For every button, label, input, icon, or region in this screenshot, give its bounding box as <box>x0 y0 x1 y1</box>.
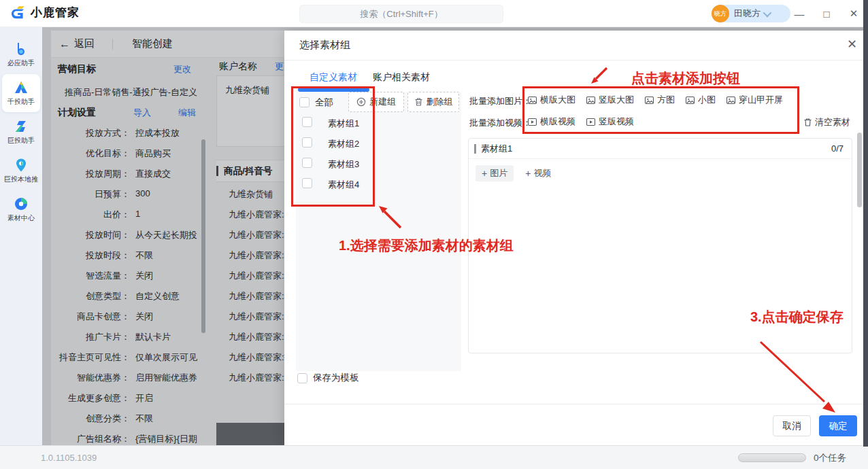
annotation-step-select: 1.选择需要添加素材的素材组 <box>339 237 514 255</box>
jutou-assistant-icon <box>14 119 29 134</box>
delete-group-button[interactable]: 删除组 <box>407 92 459 112</box>
tab-custom-material[interactable]: 自定义素材 <box>310 71 357 84</box>
window-controls: — □ ✕ <box>793 0 860 27</box>
dialog-title: 选择素材组 <box>299 39 350 52</box>
user-name: 田晓方 <box>734 7 761 20</box>
content-group-header: 素材组1 0/7 <box>469 139 852 159</box>
app-version: 1.0.1105.1039 <box>41 453 97 463</box>
material-center-icon <box>14 196 29 211</box>
chevron-down-icon <box>763 8 772 17</box>
topbar: 小鹿管家 搜索（Ctrl+Shift+F） 晓方 田晓方 — □ ✕ <box>0 0 868 27</box>
cancel-button[interactable]: 取消 <box>773 415 811 436</box>
select-material-group-dialog: 选择素材组 ✕ 自定义素材 账户相关素材 全部 新建组 删除组 素材组1 素材组… <box>284 31 868 445</box>
sidebar-item-jutou-local[interactable]: 巨投本地推 <box>2 152 40 190</box>
add-image-chip-label: 图片 <box>490 167 507 179</box>
search-input[interactable]: 搜索（Ctrl+Shift+F） <box>299 5 503 23</box>
content-count: 0/7 <box>831 143 844 154</box>
app-logo-icon <box>10 5 27 20</box>
sidebar-item-qiantou[interactable]: 千投助手 <box>2 74 40 112</box>
sidebar: 必应助手 千投助手 巨投助手 巨投本地推 素材中心 <box>0 27 42 445</box>
annotation-step-add: 点击素材添加按钮 <box>631 69 740 88</box>
modal-scrollbar[interactable] <box>857 133 862 207</box>
annotation-rect-buttons <box>522 86 799 134</box>
tab-account-material[interactable]: 账户相关素材 <box>373 71 430 84</box>
annotation-arrow-confirm <box>754 338 849 416</box>
dialog-header-divider <box>284 60 868 60</box>
minimize-button[interactable]: — <box>793 8 805 20</box>
user-menu[interactable]: 晓方 田晓方 <box>712 5 790 22</box>
sidebar-item-label: 巨投助手 <box>7 136 35 145</box>
save-template-label: 保存为模板 <box>313 372 359 384</box>
plus-icon: + <box>482 168 487 179</box>
sidebar-item-label: 素材中心 <box>7 213 35 223</box>
sidebar-item-label: 千投助手 <box>7 97 35 107</box>
statusbar: 1.0.1105.1039 0个任务 <box>0 445 868 469</box>
dialog-close-icon[interactable]: ✕ <box>847 37 857 51</box>
save-as-template[interactable]: 保存为模板 <box>297 372 359 384</box>
confirm-button[interactable]: 确定 <box>819 415 857 436</box>
save-template-checkbox[interactable] <box>297 373 307 383</box>
trash-icon <box>414 97 423 107</box>
app-title: 小鹿管家 <box>31 5 80 20</box>
annotation-step-save: 3.点击确定保存 <box>750 308 844 326</box>
task-count: 0个任务 <box>814 452 846 464</box>
add-image-chip[interactable]: + 图片 <box>475 165 514 181</box>
annotation-arrow-down-left <box>589 66 610 86</box>
search-placeholder: 搜索（Ctrl+Shift+F） <box>360 8 442 20</box>
sidebar-item-label: 巨投本地推 <box>4 175 38 184</box>
background-window-edge <box>863 0 868 447</box>
avatar: 晓方 <box>712 5 729 22</box>
content-group-body: + 图片 + 视频 <box>469 159 852 188</box>
annotation-arrow-up-left <box>375 201 406 232</box>
group-marker <box>474 144 476 154</box>
qiantou-assistant-icon <box>14 80 29 95</box>
plus-icon: + <box>525 168 531 179</box>
task-progress-bar <box>738 453 806 462</box>
add-video-chip-label: 视频 <box>533 167 551 179</box>
app-logo: 小鹿管家 <box>10 5 80 20</box>
clear-material-button[interactable]: 清空素材 <box>803 116 850 128</box>
close-button[interactable]: ✕ <box>848 7 860 20</box>
biying-assistant-icon <box>14 41 29 56</box>
maximize-button[interactable]: □ <box>820 8 833 20</box>
content-group-name: 素材组1 <box>481 143 831 155</box>
sidebar-item-label: 必应助手 <box>7 58 35 68</box>
sidebar-item-material-center[interactable]: 素材中心 <box>2 190 40 228</box>
delete-group-label: 删除组 <box>427 96 453 108</box>
add-video-chip[interactable]: + 视频 <box>519 165 557 181</box>
trash-icon <box>803 118 812 127</box>
clear-material-label: 清空素材 <box>815 116 850 128</box>
sidebar-item-biying[interactable]: 必应助手 <box>2 35 40 73</box>
annotation-rect-groups <box>291 86 375 207</box>
jutou-local-icon <box>14 158 29 173</box>
sidebar-item-jutou[interactable]: 巨投助手 <box>2 113 40 151</box>
